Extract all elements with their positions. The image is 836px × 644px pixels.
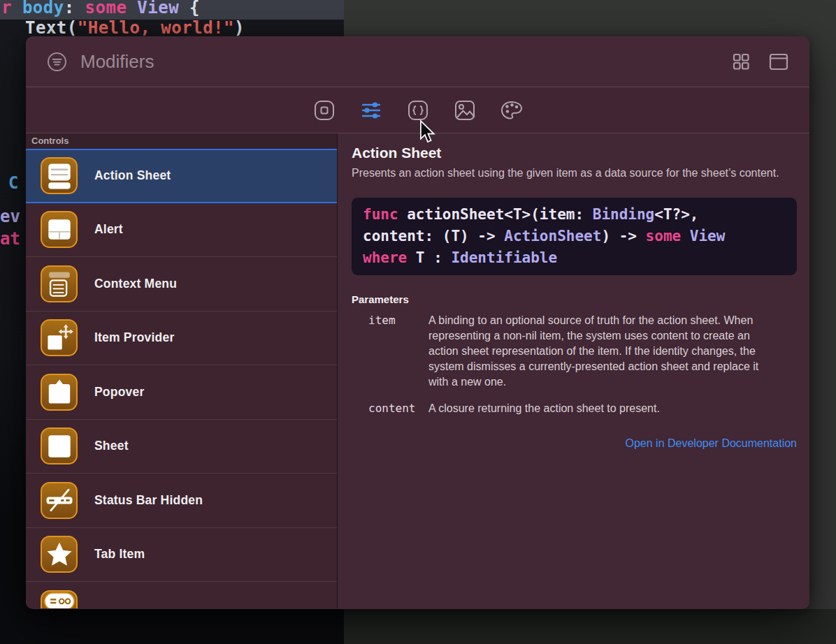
editor-code-line: r body: some View { <box>1 0 200 17</box>
parameter-name: content <box>368 401 428 416</box>
list-item-tab-item[interactable]: Tab Item <box>26 528 337 583</box>
filter-icon[interactable] <box>45 50 68 73</box>
parameter-description: A binding to an optional source of truth… <box>428 313 778 390</box>
window-icon[interactable] <box>767 50 790 73</box>
context-menu-icon <box>41 265 78 302</box>
code-line: func actionSheet<T>(item: Binding<T?>, <box>363 204 786 226</box>
alert-icon <box>41 211 78 248</box>
list-item-alert[interactable]: Alert <box>26 203 337 258</box>
detail-title: Action Sheet <box>352 145 797 161</box>
panel-title: Modifiers <box>80 51 154 73</box>
grid-view-icon[interactable] <box>730 50 752 73</box>
modifiers-library-panel: Modifiers Controls Action SheetAlertCont… <box>26 36 809 609</box>
list-item-context-menu[interactable]: Context Menu <box>26 257 337 312</box>
desktop-shadow-strip <box>344 609 836 644</box>
list-item-popover[interactable]: Popover <box>26 365 337 420</box>
parameter-name: item <box>368 313 428 390</box>
code-line: where T : Identifiable <box>363 247 786 269</box>
toolbar-icon <box>41 590 78 608</box>
tab-modifiers-library[interactable] <box>359 98 384 123</box>
detail-pane: Action Sheet Presents an action sheet us… <box>338 133 809 608</box>
list-item-label: Status Bar Hidden <box>94 493 203 508</box>
status-bar-hidden-icon <box>41 482 78 519</box>
detail-description: Presents an action sheet using the given… <box>352 166 788 180</box>
list-item-label: Item Provider <box>94 330 174 345</box>
editor-code-line: Text("Hello, world!") <box>25 18 245 38</box>
controls-sidebar: Controls Action SheetAlertContext MenuIt… <box>26 133 338 608</box>
list-item-item-provider[interactable]: Item Provider <box>26 312 337 366</box>
library-tab-bar <box>26 87 809 133</box>
list-item-status-bar-hidden[interactable]: Status Bar Hidden <box>26 474 337 528</box>
tab-views-library[interactable] <box>312 98 337 123</box>
list-item-label: Popover <box>94 385 144 400</box>
parameter-description: A closure returning the action sheet to … <box>428 401 778 416</box>
sidebar-section-header: Controls <box>26 133 337 149</box>
code-line: content: (T) -> ActionSheet) -> some Vie… <box>363 226 786 247</box>
list-item-action-sheet[interactable]: Action Sheet <box>26 149 337 203</box>
list-item-label: Alert <box>94 222 123 237</box>
list-item-label: Action Sheet <box>94 168 171 183</box>
tab-media-library[interactable] <box>452 98 477 123</box>
action-sheet-icon <box>41 157 78 194</box>
parameters-heading: Parameters <box>352 293 797 305</box>
item-provider-icon <box>41 319 78 356</box>
list-item-toolbar[interactable] <box>26 582 337 608</box>
code-declaration-block: func actionSheet<T>(item: Binding<T?>,co… <box>352 198 797 275</box>
list-item-label: Sheet <box>94 439 129 453</box>
tab-color-library[interactable] <box>499 98 524 123</box>
list-item-sheet[interactable]: Sheet <box>26 420 337 474</box>
open-in-developer-documentation-link[interactable]: Open in Developer Documentation <box>626 437 797 449</box>
list-item-label: Tab Item <box>94 547 145 562</box>
list-item-label: Context Menu <box>94 277 177 291</box>
doc-link-row: Open in Developer Documentation <box>352 437 797 450</box>
panel-header: Modifiers <box>26 36 809 87</box>
parameters-table: itemA binding to an optional source of t… <box>352 313 797 416</box>
controls-list: Action SheetAlertContext MenuItem Provid… <box>26 149 337 608</box>
tab-item-icon <box>41 536 78 573</box>
sheet-icon <box>41 427 78 464</box>
tab-snippets-library[interactable] <box>405 98 431 123</box>
popover-icon <box>41 374 78 411</box>
